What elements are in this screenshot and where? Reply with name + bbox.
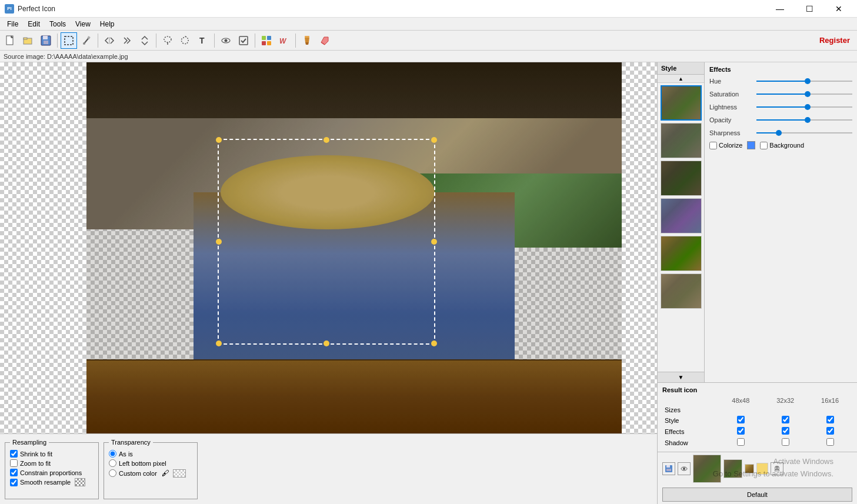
toolbar-separator-4 [214, 34, 215, 48]
style-scroll-up[interactable]: ▲ [658, 75, 704, 83]
menu-view[interactable]: View [71, 19, 95, 29]
default-button[interactable]: Default [662, 488, 852, 502]
svg-rect-19 [239, 36, 248, 45]
paint-button[interactable] [299, 32, 315, 49]
register-button[interactable]: Register [815, 35, 855, 46]
result-header-48: 48x48 [718, 396, 763, 405]
style-48-checkbox[interactable] [737, 416, 745, 423]
constrain-proportions-checkbox[interactable] [10, 469, 18, 476]
logo-button[interactable]: W [276, 32, 292, 49]
lightness-label: Lightness [709, 104, 756, 111]
style-item-2[interactable] [661, 123, 702, 158]
save-button[interactable] [38, 32, 54, 49]
preview-button[interactable] [218, 32, 234, 49]
flip-h-button[interactable] [101, 32, 118, 49]
eyedropper-transparency-icon[interactable]: 🖋 [162, 469, 169, 478]
result-effects-label: Effects [662, 426, 718, 437]
saturation-label: Saturation [709, 91, 756, 98]
lasso2-button[interactable] [177, 32, 194, 49]
style-scroll-down[interactable]: ▼ [658, 372, 704, 382]
bottom-panel: Resampling Shrink to fit Zoom to fit Con… [0, 433, 657, 504]
window-controls: — ☐ ✕ [766, 0, 852, 18]
style-item-5[interactable] [661, 236, 702, 271]
smooth-resample-preview[interactable] [75, 478, 85, 486]
as-is-radio[interactable] [109, 450, 116, 458]
result-style-label: Style [662, 415, 718, 426]
text-button[interactable]: T [195, 32, 211, 49]
custom-color-radio[interactable] [109, 469, 116, 477]
colorize-color-swatch[interactable] [747, 141, 755, 149]
new-button[interactable] [2, 32, 19, 49]
menu-edit[interactable]: Edit [23, 19, 45, 29]
zoom-to-fit-label: Zoom to fit [20, 460, 51, 467]
effects-32-checkbox[interactable] [782, 427, 789, 435]
svg-rect-22 [262, 41, 266, 45]
grid-button[interactable] [258, 32, 275, 49]
effects-16-checkbox[interactable] [826, 427, 834, 435]
effects-48-checkbox[interactable] [737, 427, 745, 435]
shadow-48-checkbox[interactable] [737, 438, 745, 446]
save-icon-btn[interactable] [662, 462, 675, 475]
saturation-slider[interactable] [756, 89, 852, 99]
hue-slider[interactable] [756, 76, 852, 86]
svg-rect-25 [305, 36, 309, 38]
shrink-to-fit-checkbox[interactable] [10, 450, 18, 458]
svg-rect-23 [267, 41, 271, 45]
svg-rect-21 [267, 36, 271, 40]
icon-previews [658, 452, 857, 485]
lightness-slider[interactable] [756, 102, 852, 112]
checkbox-button[interactable] [235, 32, 252, 49]
colorize-checkbox[interactable] [709, 142, 717, 149]
close-button[interactable]: ✕ [825, 0, 852, 18]
shadow-32-checkbox[interactable] [782, 438, 789, 446]
colorize-label: Colorize [709, 142, 742, 149]
sharpness-slider[interactable] [756, 128, 852, 138]
resampling-group: Resampling Shrink to fit Zoom to fit Con… [5, 439, 99, 499]
icon-preview-16 [745, 464, 754, 473]
background-checkbox[interactable] [760, 142, 768, 149]
app-icon: PI [5, 4, 14, 14]
zoom-to-fit-row: Zoom to fit [10, 459, 94, 467]
result-size-48-cell [718, 405, 763, 415]
left-bottom-pixel-label: Left bottom pixel [119, 460, 166, 467]
svg-rect-31 [666, 465, 670, 468]
shadow-16-checkbox[interactable] [826, 438, 834, 446]
svg-text:T: T [199, 36, 205, 45]
style-item-1[interactable] [661, 85, 702, 121]
svg-rect-32 [666, 469, 671, 471]
zoom-to-fit-checkbox[interactable] [10, 459, 18, 467]
maximize-button[interactable]: ☐ [796, 0, 823, 18]
open-button[interactable] [20, 32, 36, 49]
preview-icon-btn[interactable] [678, 462, 691, 475]
custom-color-swatch[interactable] [173, 469, 186, 478]
style-item-6[interactable] [661, 273, 702, 309]
menu-tools[interactable]: Tools [45, 19, 71, 29]
as-is-row: As is [109, 450, 192, 458]
result-table: 48x48 32x32 16x16 Sizes Style [662, 396, 852, 448]
style-item-3[interactable] [661, 161, 702, 196]
right-panel: Style ▲ [657, 62, 857, 504]
icon-preview-48 [693, 455, 721, 483]
arrow-right-button[interactable] [119, 32, 135, 49]
opacity-slider[interactable] [756, 115, 852, 125]
menu-file[interactable]: File [2, 19, 23, 29]
left-bottom-pixel-radio[interactable] [109, 459, 116, 467]
lasso-button[interactable] [159, 32, 176, 49]
style-16-checkbox[interactable] [826, 416, 834, 423]
eyedropper-button[interactable] [78, 32, 95, 49]
select-rect-button[interactable] [61, 32, 77, 49]
left-bottom-pixel-row: Left bottom pixel [109, 459, 192, 467]
menu-help[interactable]: Help [95, 19, 119, 29]
effects-panel: Effects Hue Saturation [705, 62, 857, 382]
arrow-updown-button[interactable] [136, 32, 153, 49]
smooth-resample-checkbox[interactable] [10, 479, 18, 486]
erase-button[interactable] [316, 32, 333, 49]
main-layout: Resampling Shrink to fit Zoom to fit Con… [0, 62, 857, 504]
minimize-button[interactable]: — [766, 0, 793, 18]
skull-icon-btn[interactable] [771, 462, 783, 475]
style-list [658, 83, 704, 372]
style-item-4[interactable] [661, 198, 702, 233]
style-32-checkbox[interactable] [782, 416, 789, 423]
canvas-area[interactable]: Resampling Shrink to fit Zoom to fit Con… [0, 62, 657, 504]
source-path: Source image: D:\AAAAA\data\example.jpg [0, 51, 857, 62]
